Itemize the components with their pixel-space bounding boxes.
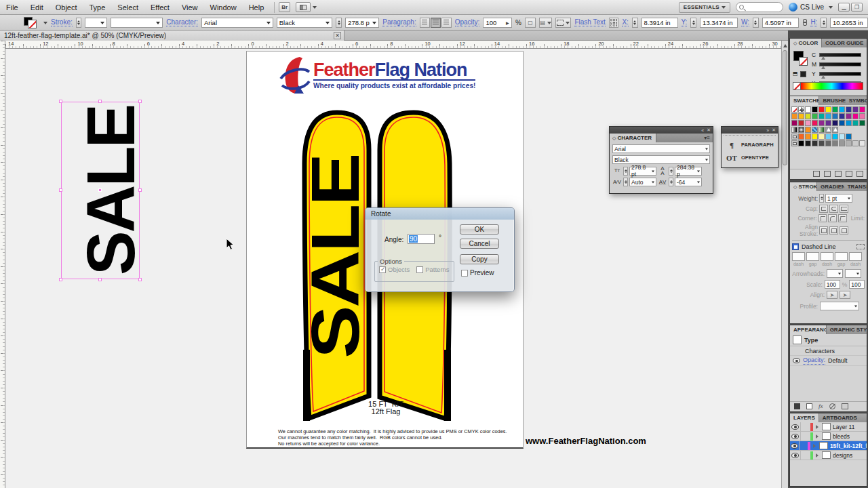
menu-type[interactable]: Type xyxy=(83,0,112,15)
color-swatch[interactable] xyxy=(805,120,811,126)
rotate-dialog-titlebar[interactable]: Rotate xyxy=(366,208,514,220)
selection-handle-ne[interactable] xyxy=(138,100,142,103)
layer-expand-icon[interactable] xyxy=(816,453,821,458)
close-panel-icon[interactable]: ✕ xyxy=(707,127,711,133)
arrow-align-end-button[interactable]: ➤ xyxy=(840,291,850,299)
collapse-panel-icon[interactable]: « xyxy=(701,128,704,133)
color-swatch[interactable] xyxy=(791,120,797,126)
menu-object[interactable]: Object xyxy=(50,0,83,15)
bridge-button[interactable]: Br xyxy=(279,2,290,12)
color-swatch[interactable] xyxy=(805,127,811,133)
patterns-checkbox[interactable] xyxy=(416,266,423,273)
selection-handle-nw[interactable] xyxy=(59,100,62,103)
selection-handle-se[interactable] xyxy=(138,278,142,281)
tab-swatches[interactable]: SWATCHES xyxy=(790,96,819,105)
tab-color[interactable]: ◇COLOR xyxy=(790,39,822,47)
font-size-stepper[interactable] xyxy=(336,18,342,28)
h-field[interactable]: 10.2653 in xyxy=(830,18,868,28)
opacity-field[interactable]: 100 ▸ xyxy=(483,18,511,28)
scrollbar-thumb[interactable] xyxy=(783,50,787,165)
swatch-kinds-icon[interactable] xyxy=(824,171,831,177)
preview-option[interactable]: Preview xyxy=(461,269,494,277)
color-swatch[interactable] xyxy=(859,120,865,126)
char-size-field[interactable]: 278.8 pt xyxy=(629,167,656,176)
color-swatch[interactable] xyxy=(846,140,852,146)
color-swatch[interactable] xyxy=(818,106,825,113)
dash-field[interactable] xyxy=(835,252,848,261)
select-similar-button[interactable] xyxy=(555,18,571,28)
color-swatch[interactable] xyxy=(812,140,818,146)
eye-icon[interactable] xyxy=(791,424,799,430)
layer-expand-icon[interactable] xyxy=(816,434,821,439)
vertical-ruler[interactable] xyxy=(0,41,5,488)
eye-icon[interactable] xyxy=(791,453,799,458)
constrain-proportions-icon[interactable] xyxy=(802,18,808,28)
color-swatch[interactable] xyxy=(812,106,818,113)
color-swatch[interactable] xyxy=(805,113,811,119)
color-disclaimer-text[interactable]: We cannot guarantee any color matching. … xyxy=(278,428,509,447)
scale-end-field[interactable]: 100 xyxy=(849,280,865,289)
char-leading-stepper[interactable] xyxy=(669,167,673,176)
layer-visibility-cell[interactable] xyxy=(790,424,800,430)
layer-lock-cell[interactable] xyxy=(799,441,806,450)
document-setup-button[interactable]: ▤ xyxy=(539,18,552,28)
color-swatch[interactable] xyxy=(832,120,838,126)
tab-stroke[interactable]: ◇STROKE xyxy=(790,182,817,191)
menu-edit[interactable]: Edit xyxy=(24,0,50,15)
font-style-select[interactable]: Black xyxy=(277,18,333,28)
x-field[interactable]: 8.3914 in xyxy=(642,18,678,28)
eye-icon[interactable] xyxy=(791,443,798,449)
appearance-row-type[interactable]: Type xyxy=(790,334,867,346)
color-swatch[interactable] xyxy=(798,113,804,119)
menu-select[interactable]: Select xyxy=(111,0,144,15)
color-swatch[interactable] xyxy=(805,106,811,113)
char-font-family-select[interactable]: Arial xyxy=(612,144,710,153)
color-swatch[interactable] xyxy=(832,140,838,146)
layer-row-15ft-kit-12ft-f-[interactable]: 15ft_kit-12ft_f... xyxy=(790,441,867,451)
color-swatch[interactable] xyxy=(832,106,838,113)
tab-brushes[interactable]: BRUSHES xyxy=(819,96,845,105)
weight-field[interactable]: 1 pt xyxy=(825,194,852,203)
color-swatch[interactable] xyxy=(825,106,831,113)
color-swatch[interactable] xyxy=(839,120,845,126)
appearance-row-opacity[interactable]: Opacity: Default xyxy=(790,356,867,366)
layer-visibility-cell[interactable] xyxy=(790,443,799,449)
angle-input[interactable]: 90 xyxy=(408,234,435,244)
opacity-link[interactable]: Opacity: xyxy=(455,18,480,26)
color-swatch[interactable] xyxy=(798,120,804,126)
color-swatch[interactable] xyxy=(818,113,825,119)
slider-thumb[interactable] xyxy=(821,73,825,79)
y-field[interactable]: 13.3474 in xyxy=(700,18,738,28)
layer-expand-icon[interactable] xyxy=(816,425,821,429)
clear-appearance-icon[interactable] xyxy=(829,403,835,409)
appearance-row-characters[interactable]: Characters xyxy=(790,346,867,356)
layer-row-bleeds[interactable]: bleeds xyxy=(790,432,867,441)
objects-option[interactable]: Objects xyxy=(379,266,410,273)
char-size-stepper[interactable] xyxy=(623,167,628,176)
char-kerning-field[interactable]: Auto xyxy=(629,178,656,186)
gradient-swatch[interactable] xyxy=(798,127,804,133)
layer-name[interactable]: designs xyxy=(833,452,852,459)
color-swatch[interactable] xyxy=(818,120,825,126)
arrowhead-start-select[interactable] xyxy=(827,269,843,278)
duplicate-item-icon[interactable] xyxy=(842,403,848,409)
color-swatch[interactable] xyxy=(791,113,797,119)
tab-graphic-styles[interactable]: GRAPHIC STYLE xyxy=(827,325,867,334)
char-tracking-field[interactable]: -64 xyxy=(675,178,702,186)
color-swatch[interactable] xyxy=(818,134,825,140)
corner-bevel-button[interactable] xyxy=(838,214,847,222)
h-stepper[interactable] xyxy=(821,18,827,28)
new-swatch-icon[interactable] xyxy=(846,171,852,177)
flash-text-link[interactable]: Flash Text xyxy=(574,18,605,26)
objects-checkbox[interactable] xyxy=(379,266,386,273)
arrowhead-end-select[interactable] xyxy=(845,269,861,278)
preview-checkbox[interactable] xyxy=(461,270,468,277)
reference-point-locator[interactable] xyxy=(609,18,619,28)
layer-thumbnail[interactable] xyxy=(819,442,828,449)
panel-button-paragraph[interactable]: ¶PARAGRAPH xyxy=(724,138,776,151)
tab-character[interactable]: ◇CHARACTER xyxy=(610,134,656,142)
new-stroke-icon[interactable] xyxy=(794,403,800,409)
color-swatch[interactable] xyxy=(812,120,818,126)
color-swatch[interactable] xyxy=(839,113,845,119)
cancel-button[interactable]: Cancel xyxy=(460,239,499,249)
